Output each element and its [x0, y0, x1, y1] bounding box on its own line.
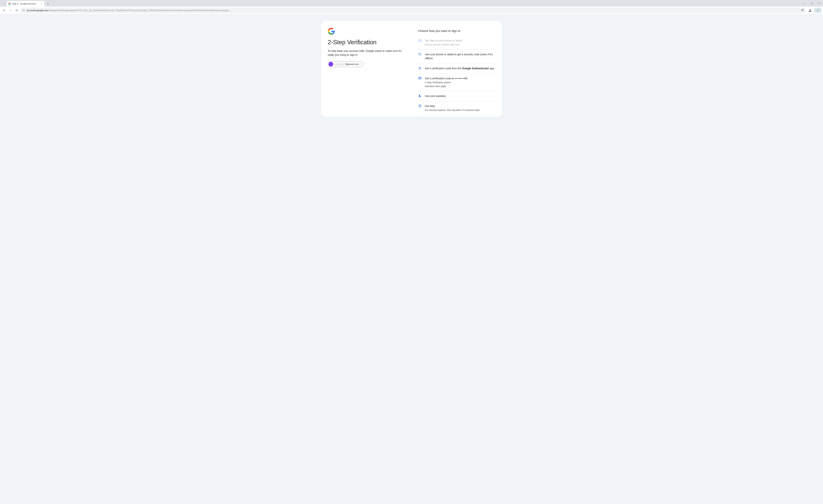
close-icon: [40, 3, 42, 5]
google-favicon: [8, 2, 11, 5]
browser-tab-strip: Sign in - Google Accounts: [0, 0, 823, 7]
tune-icon: [22, 9, 25, 12]
account-avatar: [329, 62, 333, 66]
browser-toolbar: accounts.google.com/v3/signin/challenge/…: [0, 7, 823, 14]
url-text: accounts.google.com/v3/signin/challenge/…: [27, 9, 799, 12]
caret-down-icon: [360, 63, 362, 66]
account-chip[interactable]: xxxxxxxxx@gmail.com: [328, 61, 364, 67]
help-icon: [418, 104, 422, 108]
option-get-help[interactable]: Get help For security reasons, this may …: [418, 101, 495, 115]
option-authenticator[interactable]: Get a verification code from the Google …: [418, 63, 495, 73]
authenticator-icon: [418, 66, 422, 70]
svg-rect-2: [23, 10, 24, 10]
address-bar[interactable]: accounts.google.com/v3/signin/challenge/…: [20, 8, 806, 13]
browser-tab[interactable]: Sign in - Google Accounts: [7, 1, 44, 7]
arrow-left-icon: [3, 9, 6, 12]
message-icon: [418, 76, 422, 80]
option-subtitle: Device can't be reached right now: [425, 43, 495, 46]
new-tab-button[interactable]: [46, 1, 50, 6]
window-close-button[interactable]: [815, 0, 823, 7]
nav-reload-button[interactable]: [14, 8, 19, 13]
svg-point-8: [818, 11, 818, 11]
svg-point-6: [818, 9, 818, 10]
toolbar-right-cluster: [808, 8, 822, 13]
svg-point-9: [419, 95, 420, 96]
minimize-icon: [803, 2, 805, 4]
bookmark-button[interactable]: [801, 9, 804, 12]
passkey-icon: [418, 94, 422, 98]
nav-forward-button[interactable]: [8, 8, 13, 13]
signin-card: 2-Step Verification To help keep your ac…: [321, 21, 502, 117]
option-sms-code[interactable]: Get a verification code at ••• •••• ••66…: [418, 73, 495, 91]
devices-icon: [418, 39, 422, 42]
page-viewport[interactable]: 2-Step Verification To help keep your ac…: [0, 14, 823, 504]
tab-title: Sign in - Google Accounts: [12, 3, 39, 5]
svg-rect-0: [811, 3, 812, 4]
chrome-menu-button[interactable]: [814, 8, 822, 13]
profile-button[interactable]: [808, 8, 813, 13]
reload-icon: [15, 9, 18, 12]
option-subtitle-b: Standard rates apply: [425, 85, 495, 88]
left-column: 2-Step Verification To help keep your ac…: [328, 28, 410, 115]
option-title: Use your passkey: [425, 94, 495, 98]
tab-close-button[interactable]: [40, 2, 43, 5]
option-title: Tap Yes on your phone or tablet: [425, 39, 495, 43]
person-icon: [808, 9, 812, 12]
option-subtitle-a: 2-Step Verification phone: [425, 81, 495, 84]
option-title: Get help: [425, 104, 495, 108]
option-subtitle: For security reasons, this may take 3-5 …: [425, 109, 495, 112]
choose-method-title: Choose how you want to sign in:: [418, 29, 495, 33]
option-title: Get a verification code from the Google …: [425, 66, 495, 70]
svg-point-1: [23, 9, 23, 10]
star-icon: [801, 9, 804, 11]
account-email: xxxxxxxxx@gmail.com: [334, 63, 359, 65]
svg-point-5: [810, 9, 811, 10]
option-title: Use your phone or tablet to get a securi…: [425, 52, 495, 60]
chevron-down-icon: [3, 2, 5, 5]
svg-point-7: [818, 10, 818, 11]
option-passkey[interactable]: Use your passkey: [418, 91, 495, 101]
svg-rect-4: [23, 11, 24, 11]
option-title: Get a verification code at ••• •••• ••66: [425, 76, 495, 80]
window-minimize-button[interactable]: [800, 0, 808, 7]
plus-icon: [47, 2, 49, 5]
window-maximize-button[interactable]: [808, 0, 815, 7]
site-settings-icon[interactable]: [22, 9, 25, 12]
svg-point-3: [24, 10, 24, 11]
google-logo: [328, 28, 335, 35]
right-column: Choose how you want to sign in: Tap Yes …: [418, 28, 495, 115]
close-icon: [818, 2, 820, 4]
arrow-right-icon: [9, 9, 12, 12]
option-offline-code[interactable]: Use your phone or tablet to get a securi…: [418, 49, 495, 63]
window-controls: [800, 0, 823, 7]
option-phone-prompt: Tap Yes on your phone or tablet Device c…: [418, 36, 495, 49]
kebab-icon: [816, 9, 819, 12]
nav-back-button[interactable]: [1, 8, 7, 13]
page-heading: 2-Step Verification: [328, 39, 410, 46]
page-subtext: To help keep your account safe, Google w…: [328, 49, 403, 57]
tab-search-button[interactable]: [1, 1, 6, 6]
maximize-icon: [811, 2, 813, 4]
wifi-off-icon: [418, 52, 422, 56]
